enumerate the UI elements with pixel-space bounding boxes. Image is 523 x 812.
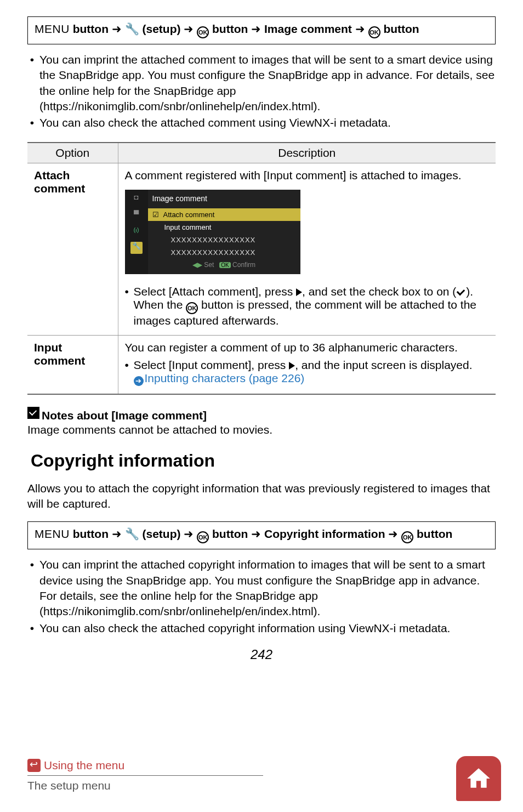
set-icon: ◀▶ [192,261,202,269]
wrench-icon: 🔧 [125,527,139,540]
bullet-item: Select [Input comment], press , and the … [125,359,490,386]
network-icon: (ו) [134,227,139,233]
table-row: Input comment You can register a comment… [27,335,496,394]
desc-bold: Input comment [267,169,343,181]
screenshot-title: Image comment [148,193,300,208]
table-row: Attach comment A comment registered with… [27,163,496,335]
bold: Input comment [172,359,248,371]
arrow-icon: ➜ [388,527,398,540]
camera-screenshot: ◘ ▀ (ו) 🔧 Image comment ☑ Attach comment… [125,190,300,274]
option-label: Input comment [27,335,118,394]
link-text: Using the menu [44,759,124,772]
footer-subtitle: The setup menu [27,779,496,792]
desc-text: A comment registered with [ [125,169,267,181]
screenshot-footer: ◀▶ Set OK Confirm [148,259,300,271]
end-word: button [417,527,452,540]
copyright-bullets: You can imprint the attached copyright i… [27,557,496,636]
wrench-icon: 🔧 [130,242,143,254]
right-arrow-icon [296,288,302,296]
option-desc: A comment registered with [Input comment… [118,163,496,335]
bullet-item: You can also check the attached comment … [37,115,496,130]
checkmark-icon [456,289,466,297]
cell-bullets: Select [Input comment], press , and the … [125,359,490,386]
setup-label: (setup) [139,22,184,35]
target-label: Image comment [261,22,355,35]
arrow-icon: ➜ [184,527,194,540]
screenshot-attach-row: ☑ Attach comment [148,208,300,221]
section-copyright-heading: Copyright information [31,451,496,471]
arrow-icon: ➜ [355,22,365,35]
screenshot-x-row: XXXXXXXXXXXXXXXX [148,246,300,259]
bullet-item: You can imprint the attached comment to … [37,52,496,114]
text: Select [ [134,359,172,371]
menu-path-image-comment: MENU button ➜ 🔧 (setup) ➜ OK button ➜ Im… [27,16,496,44]
desc-text: ] is attached to images. [343,169,462,181]
ok-icon: OK [401,531,413,543]
bullet-item: Select [Attach comment], press , and set… [125,285,490,327]
bold: Attach comment [172,285,255,298]
notes-body: Image comments cannot be attached to mov… [27,423,496,436]
arrow-icon: ➜ [251,527,261,540]
menu-path-copyright: MENU button ➜ 🔧 (setup) ➜ OK button ➜ Co… [27,521,496,549]
set-label: Set [204,261,214,269]
ok-icon: OK [197,26,209,38]
text: ], press [248,359,289,371]
section-intro: Allows you to attach the copyright infor… [27,481,496,512]
button-word: button [209,527,251,540]
footer-nav: Using the menu The setup menu [27,759,496,792]
cell-bullets: Select [Attach comment], press , and set… [125,285,490,327]
nav1-text1: button [70,22,112,35]
desc-text: You can register a comment of up to 36 a… [125,341,490,354]
checkbox-icon: ☑ [152,211,159,219]
option-desc: You can register a comment of up to 36 a… [118,335,496,394]
arrow-icon: ➜ [184,22,194,35]
option-label: Attach comment [27,163,118,335]
options-table: Option Description Attach comment A comm… [27,142,496,395]
ok-icon: OK [186,302,198,314]
camera-icon: ◘ [134,193,139,201]
arrow-icon: ➜ [112,527,122,540]
menu-text: MENU [35,527,70,540]
page-number: 242 [27,647,496,662]
target-label: Copyright information [261,527,388,540]
ok-icon: OK [197,531,209,543]
attach-label: Attach comment [163,211,215,219]
video-icon: ▀ [134,210,139,218]
note-icon [27,407,39,419]
text: Select [ [134,285,172,298]
text: , and set the check box to on ( [302,285,456,298]
th-description: Description [118,143,496,163]
ok-icon: OK [368,26,380,38]
confirm-label: Confirm [232,261,255,269]
text: button [70,527,112,540]
back-icon [27,759,41,772]
setup-label: (setup) [139,527,184,540]
right-arrow-icon [289,362,295,370]
text: , and the input screen is displayed. [295,359,472,371]
arrow-icon: ➜ [112,22,122,35]
notes-heading: Notes about [Image comment] [27,407,496,422]
screenshot-x-row: XXXXXXXXXXXXXXXX [148,234,300,246]
menu-text: MENU [35,22,70,35]
end-word: button [380,22,419,35]
button-word: button [209,22,251,35]
screenshot-main: Image comment ☑ Attach comment Input com… [148,190,300,274]
home-icon [465,765,492,792]
text: ], press [255,285,296,298]
home-button[interactable] [456,756,501,801]
link-inputting-chars[interactable]: Inputting characters (page 226) [145,372,305,384]
bullet-item: You can imprint the attached copyright i… [37,557,496,619]
arrow-icon: ➜ [251,22,261,35]
wrench-icon: 🔧 [125,22,139,35]
notes-title: Notes about [Image comment] [42,409,207,422]
link-arrow-icon: ➔ [134,376,144,386]
using-menu-link[interactable]: Using the menu [27,759,496,772]
bullet-item: You can also check the attached copyrigh… [37,621,496,636]
divider [27,775,263,776]
screenshot-input-row: Input comment [148,221,300,234]
ok-badge: OK [219,262,230,268]
screenshot-sidebar: ◘ ▀ (ו) 🔧 [125,190,148,274]
th-option: Option [27,143,118,163]
intro-bullets: You can imprint the attached comment to … [27,52,496,131]
